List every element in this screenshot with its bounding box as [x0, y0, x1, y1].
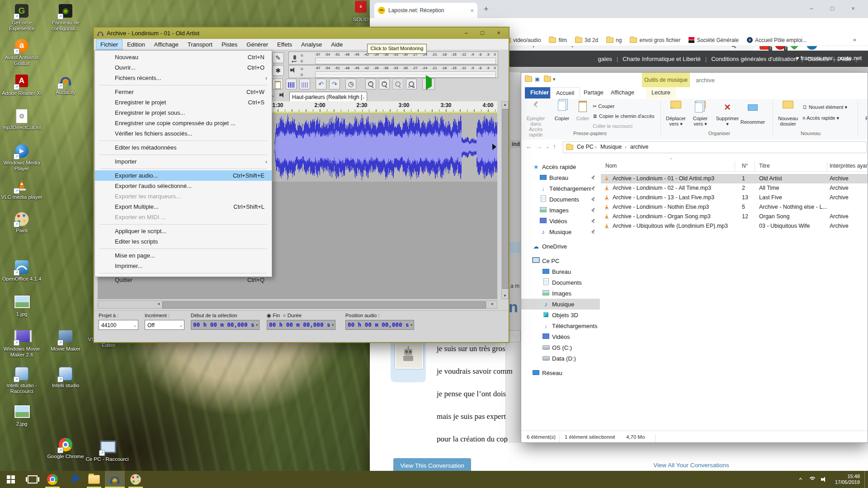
menu-item[interactable]: Fichiers récents... ›	[95, 73, 272, 83]
menu-item[interactable]: Imprimer...	[95, 261, 272, 271]
sidebar-item[interactable]: Réseau	[521, 367, 600, 378]
tab-accueil[interactable]: Accueil	[550, 87, 580, 99]
desktop-icon-paint[interactable]: Paint	[0, 211, 43, 234]
sidebar-item[interactable]: Bureau	[521, 266, 600, 277]
taskbar-explorer-button[interactable]	[85, 471, 103, 488]
file-row[interactable]: Archive - Londinium - Nothin Else.mp3 5 …	[601, 202, 868, 212]
sidebar-item[interactable]: Ce PC	[521, 255, 600, 266]
browser-close-button[interactable]: ×	[843, 0, 863, 17]
desktop-icon-vlc[interactable]: VLC media player	[0, 178, 43, 200]
menubar-item[interactable]: Générer	[242, 39, 273, 50]
desktop-icon-movie-maker-26[interactable]: Windows Movie Maker 2.6	[0, 329, 43, 358]
nav-history-icon[interactable]: ⌄	[546, 144, 549, 149]
menubar-item[interactable]: Transport	[183, 39, 217, 50]
volume-icon[interactable]	[821, 477, 827, 482]
start-button[interactable]	[0, 471, 22, 488]
menubar-item[interactable]: Aide	[326, 39, 347, 50]
desktop-icon-adobe-reader[interactable]: A Adobe Reader XI	[0, 74, 43, 96]
desktop-icon-ce-pc[interactable]: Ce PC - Raccourci	[85, 439, 129, 462]
horizontal-scrollbar[interactable]: ◂ ▸	[98, 300, 497, 309]
copy-to-button[interactable]: Copier vers ▾	[688, 101, 713, 127]
browser-maximize-button[interactable]: □	[822, 0, 843, 17]
desktop-icon-intelli-studio[interactable]: Intelli studio	[44, 366, 87, 389]
show-desktop-button[interactable]	[864, 471, 868, 488]
bookmark-item[interactable]: envoi gros fichier	[630, 37, 680, 43]
rename-button[interactable]: Renommer	[740, 101, 765, 125]
zoom-in-button[interactable]: +	[365, 79, 376, 89]
desktop-icon-openoffice[interactable]: OpenOffice 4.1.4	[0, 260, 43, 282]
redo-button[interactable]: ↷	[329, 79, 340, 89]
multi-tool-button[interactable]: ✱	[272, 65, 284, 76]
play-at-speed-button[interactable]	[422, 78, 435, 90]
menu-item[interactable]: Editer les métadonnées	[95, 142, 272, 153]
bookmarks-overflow-icon[interactable]: »	[853, 36, 856, 43]
menu-item[interactable]	[95, 83, 272, 87]
account-menu[interactable]: ▾ francois.mar...poste.net	[796, 55, 862, 61]
menu-item[interactable]: Appliquer le script...	[95, 226, 272, 236]
tab-close-icon[interactable]: ×	[470, 7, 474, 14]
audacity-maximize-button[interactable]: □	[474, 28, 491, 38]
file-row[interactable]: Archive - Londinium - 02 - All Time.mp3 …	[601, 183, 868, 193]
menu-item[interactable]: Exporter en MIDI ...	[95, 212, 272, 222]
view-all-conversations-link[interactable]: View All Your Conversations	[653, 462, 729, 469]
paste-shortcut-button[interactable]: Coller le raccourci	[593, 123, 632, 129]
desktop-icon-2jpg[interactable]: 2.jpg	[0, 404, 43, 427]
menu-item[interactable]: Mise en page...	[95, 250, 272, 261]
menu-item[interactable]	[95, 247, 272, 250]
bookmark-item[interactable]: ng	[606, 37, 622, 43]
menubar-item[interactable]: Pistes	[217, 39, 242, 50]
menubar-item[interactable]: Fichier	[96, 39, 123, 50]
cut-button[interactable]: ✂ Couper	[593, 103, 614, 109]
desktop-icon-1jpg[interactable]: 1.jpg	[0, 294, 43, 317]
qat-chevron-icon[interactable]: ▾	[553, 76, 556, 82]
webmail-nav-link[interactable]: Conditions générales d'utilisation	[711, 56, 797, 62]
selection-start-field[interactable]: 00 h 00 m 00,000 s▾	[191, 320, 259, 330]
sidebar-item[interactable]: Data (D:)	[521, 353, 600, 364]
tab-laposte[interactable]: Laposte.net: Réception ×	[374, 3, 477, 18]
snap-to-select[interactable]: Off⌄	[145, 320, 184, 330]
quick-access-button[interactable]: ≡ Accès rapide ▾	[802, 115, 839, 121]
column-number[interactable]: N°	[742, 163, 748, 169]
sidebar-item[interactable]: Images	[521, 288, 600, 299]
sidebar-item[interactable]: Bureau	[521, 172, 600, 183]
desktop-icon-mp3directcut-ini[interactable]: ⚙ mp3DirectCut.ini	[0, 108, 43, 131]
audacity-close-button[interactable]: ×	[491, 28, 507, 38]
sidebar-item[interactable]: ↓ Téléchargements	[521, 320, 600, 331]
webmail-nav-link[interactable]: Charte Informatique et Liberté	[623, 56, 701, 62]
sidebar-item[interactable]: Objets 3D	[521, 310, 600, 320]
sidebar-item[interactable]: Documents	[521, 277, 600, 288]
menubar-item[interactable]: Edition	[123, 39, 150, 50]
menu-item[interactable]: Enregistrer le projet Ctrl+S	[95, 97, 272, 108]
desktop-icon-audacity[interactable]: Audacity	[44, 74, 87, 95]
bookmark-item[interactable]: film	[549, 37, 567, 43]
nav-forward-icon[interactable]: →	[536, 143, 542, 150]
taskbar-chrome-button[interactable]	[43, 471, 61, 488]
desktop-icon-movie-maker[interactable]: Movie Maker	[44, 329, 87, 352]
menubar-item[interactable]: Effets	[273, 39, 297, 50]
sidebar-item[interactable]: ♪ Musique	[521, 299, 600, 310]
tab-affichage[interactable]: Affichage	[605, 87, 640, 99]
menu-item[interactable]	[95, 139, 272, 142]
bookmark-item[interactable]: e Accueil Pôle emploi...	[747, 37, 807, 43]
audacity-titlebar[interactable]: Archive - Londinium - 01 - Old Artist – …	[94, 28, 509, 39]
webmail-nav-link[interactable]: gales	[598, 56, 612, 62]
sidebar-item[interactable]: ↓ Téléchargements	[521, 183, 600, 194]
bookmark-item[interactable]: 3d 2d	[575, 37, 598, 43]
trim-audio-button[interactable]	[286, 79, 297, 89]
audacity-minimize-button[interactable]: –	[458, 28, 474, 38]
menubar-item[interactable]: Affichage	[150, 39, 183, 50]
nav-up-icon[interactable]: ↑	[553, 143, 556, 150]
column-artist[interactable]: Interprètes ayant	[830, 163, 868, 169]
crumb-this-pc[interactable]: Ce PC	[577, 144, 594, 150]
selection-end-field[interactable]: 00 h 00 m 00,000 s▾	[267, 320, 335, 330]
audio-position-field[interactable]: 00 h 00 m 00,000 s▾	[345, 320, 414, 330]
pin-quick-access-button[interactable]: Épingler dans Accès rapide	[523, 101, 548, 137]
menu-item[interactable]: Ouvrir... Ctrl+O	[95, 62, 272, 73]
qat-folder-icon[interactable]	[525, 76, 532, 82]
desktop-icon-intelli-studio-shortcut[interactable]: Intelli studio - Raccourci	[0, 366, 43, 394]
network-icon[interactable]	[808, 477, 815, 482]
vertical-scrollbar[interactable]: ▲ ▼	[501, 101, 509, 299]
fit-selection-button[interactable]	[392, 79, 403, 89]
file-row[interactable]: Archive - Londinium - Organ Song.mp3 12 …	[601, 212, 868, 221]
sidebar-item[interactable]: ☁ OneDrive	[521, 241, 600, 252]
